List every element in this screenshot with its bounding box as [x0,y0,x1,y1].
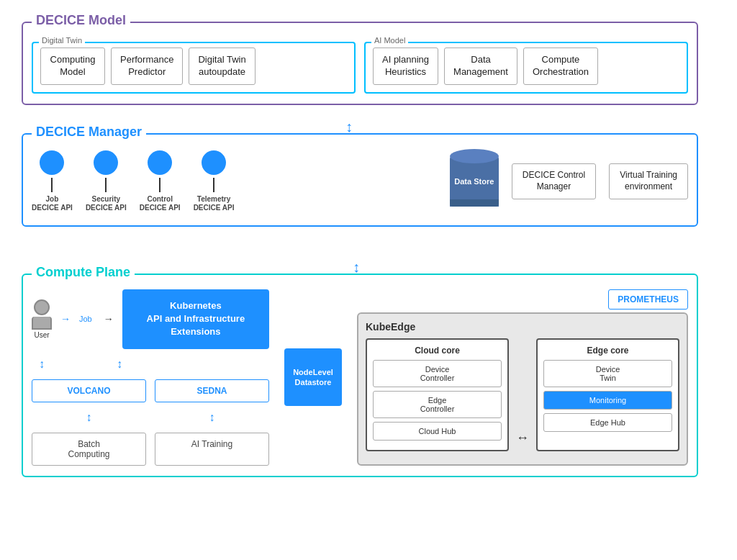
job-k8s-arrow: → [104,313,114,325]
compute-plane-section: Compute Plane User → Job → Ku [22,274,698,477]
kubeedge-label: KubeEdge [366,321,679,333]
user-label: User [34,331,49,339]
left-section: User → Job → Kubernetes API and Infrastr… [32,289,269,466]
sedna-box: SEDNA [155,379,269,402]
edge-hub-card: Edge Hub [543,413,672,432]
user-head-icon [34,299,50,315]
edge-core-title: Edge core [543,346,672,356]
decice-model-label: DECICE Model [32,13,130,28]
edge-controller-card: Edge Controller [373,391,502,418]
kubeedge-section: KubeEdge Cloud core Device Controller Ed… [357,312,688,466]
telemetry-api-label: Telemetry DECICE API [194,195,235,212]
device-twin-card: Device Twin [543,360,672,387]
control-api-label: Control DECICE API [140,195,181,212]
ai-training-box: AI Training [155,433,269,466]
prometheus-box: PROMETHEUS [608,289,688,310]
security-api-line [105,178,107,192]
volcano-box: VOLCANO [32,379,146,402]
cloud-hub-card: Cloud Hub [373,422,502,441]
compute-inner: User → Job → Kubernetes API and Infrastr… [32,289,688,466]
edge-core-box: Edge core Device Twin Monitoring Edge Hu… [536,338,679,451]
model-inner: Digital Twin Computing Model Performance… [32,36,688,94]
diagram-container: DECICE Model Digital Twin Computing Mode… [22,22,713,540]
decice-manager-section: DECICE Manager Job DECICE API Security D… [22,133,698,227]
security-api-circle [94,150,118,175]
job-label: Job [79,315,92,323]
performance-predictor-card: Performance Predictor [111,48,183,85]
k8s-down-arrows: ↕ ↕ [32,358,269,371]
user-torso-icon [32,317,52,330]
security-api-node: Security DECICE API [86,150,127,212]
cloud-core-box: Cloud core Device Controller Edge Contro… [366,338,509,451]
batch-computing-box: Batch Computing [32,433,146,466]
batch-down-arrow: ↕ [32,411,146,424]
node-cylinder-shape: NodeLevel Datastore [284,348,342,406]
data-store-cylinder: Data Store [450,156,499,207]
security-api-label: Security DECICE API [86,195,127,212]
ai-model-label: AI Model [371,36,408,45]
cloud-core-title: Cloud core [373,346,502,356]
vol-sed-col-arrows: ↕ ↕ [32,411,269,424]
digital-twin-autoupdate-card: Digital Twin autoupdate [189,48,255,85]
digital-twin-label: Digital Twin [39,36,85,45]
node-datastore: NodeLevel Datastore [281,289,345,466]
batch-ai-row: Batch Computing AI Training [32,433,269,466]
right-section: PROMETHEUS ← KubeEdge Cloud core Device … [357,289,688,466]
monitoring-card: Monitoring [543,391,672,410]
sedna-down-arrow: ↕ [117,358,122,371]
compute-plane-label: Compute Plane [32,265,135,280]
control-api-circle [148,150,172,175]
kubeedge-inner: Cloud core Device Controller Edge Contro… [366,338,679,451]
decice-model-section: DECICE Model Digital Twin Computing Mode… [22,22,698,105]
control-api-node: Control DECICE API [140,150,181,212]
control-manager-box: DECICE Control Manager [512,163,596,199]
data-management-card: Data Management [444,48,517,85]
user-figure: User [32,299,52,339]
job-api-circle [40,150,64,175]
compute-orchestration-card: Compute Orchestration [523,48,598,85]
user-k8s-row: User → Job → Kubernetes API and Infrastr… [32,289,269,349]
telemetry-api-line [213,178,214,192]
job-api-label: Job DECICE API [32,195,73,212]
telemetry-api-circle [202,150,226,175]
computing-model-card: Computing Model [40,48,105,85]
decice-manager-label: DECICE Manager [32,125,146,140]
digital-twin-box: Digital Twin Computing Model Performance… [32,42,356,94]
k8s-box: Kubernetes API and Infrastructure Extens… [122,289,269,349]
volcano-down-arrow: ↕ [39,358,45,371]
telemetry-api-node: Telemetry DECICE API [194,150,235,212]
ai-planning-card: AI planning Heuristics [373,48,438,85]
prometheus-row: PROMETHEUS ← [357,289,688,302]
user-job-arrow: → [60,313,71,325]
manager-inner: Job DECICE API Security DECICE API Contr… [32,148,688,215]
node-datastore-label: NodeLevel Datastore [293,367,333,388]
cloud-edge-arrow: ↔ [516,338,529,451]
job-api-line [51,178,53,192]
volcano-sedna-row: VOLCANO SEDNA [32,379,269,402]
ai-model-box: AI Model AI planning Heuristics Data Man… [364,42,688,94]
virtual-training-box: Virtual Training environment [609,163,688,199]
control-api-line [159,178,160,192]
job-api-node: Job DECICE API [32,150,73,212]
data-store-label: Data Store [454,177,494,186]
ai-down-arrow: ↕ [155,411,269,424]
data-store-shape: Data Store [450,156,499,207]
device-controller-card: Device Controller [373,360,502,387]
